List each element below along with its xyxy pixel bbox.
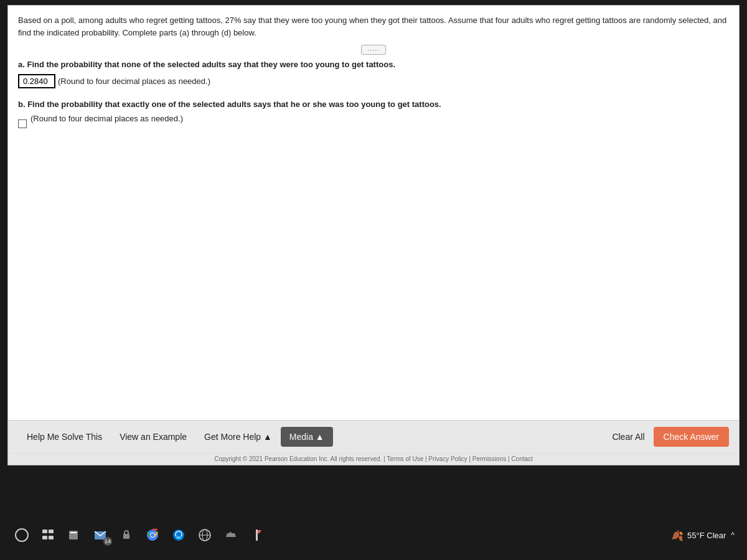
browser-area: Based on a poll, among adults who regret… (0, 5, 747, 515)
taskbar-right: 🍂 55°F Clear ^ (671, 530, 735, 541)
chrome-icon (146, 528, 159, 542)
bottom-buttons-row: Help Me Solve This View an Example Get M… (8, 421, 739, 453)
taskbar-app-game[interactable] (222, 526, 240, 544)
weather-icon: 🍂 (671, 530, 684, 541)
section-divider (18, 45, 729, 55)
help-me-solve-button[interactable]: Help Me Solve This (18, 427, 111, 447)
svg-rect-17 (229, 533, 232, 534)
globe-icon (198, 528, 212, 542)
flag-icon (250, 528, 264, 542)
taskbar-app-globe[interactable] (195, 526, 214, 544)
taskbar-app-edge[interactable] (169, 526, 188, 544)
task-view-svg (41, 528, 55, 542)
start-circle (15, 528, 29, 542)
svg-rect-0 (42, 530, 47, 533)
start-button[interactable] (12, 526, 31, 544)
check-answer-button[interactable]: Check Answer (654, 427, 729, 447)
taskbar-app-notifications[interactable] (248, 526, 266, 544)
media-button[interactable]: Media ▲ (281, 427, 333, 447)
part-a-label: a. Find the probability that none of the… (18, 60, 729, 69)
part-b-answer-line: (Round to four decimal places as needed.… (18, 114, 729, 133)
task-view-icon[interactable] (39, 526, 57, 544)
taskbar-app-security[interactable] (117, 526, 136, 544)
view-example-button[interactable]: View an Example (111, 427, 195, 447)
svg-rect-1 (49, 530, 54, 533)
content-panel: Based on a poll, among adults who regret… (7, 5, 740, 465)
files-icon (67, 528, 81, 542)
svg-point-10 (151, 533, 154, 537)
part-b-round-note: (Round to four decimal places as needed.… (31, 114, 183, 123)
bottom-bar: Help Me Solve This View an Example Get M… (8, 420, 739, 465)
part-a-answer-line: 0.2840 (Round to four decimal places as … (18, 74, 729, 96)
taskbar: 14 (0, 510, 747, 560)
get-more-help-button[interactable]: Get More Help ▲ (195, 427, 281, 447)
game-icon (224, 528, 238, 542)
taskbar-expand-icon[interactable]: ^ (731, 531, 735, 539)
temperature-label: 55°F Clear (687, 531, 726, 540)
svg-rect-18 (256, 530, 258, 541)
media-label: Media ▲ (289, 432, 324, 442)
taskbar-app-chrome[interactable] (143, 526, 162, 544)
question-intro: Based on a poll, among adults who regret… (18, 14, 729, 39)
mail-badge: 14 (103, 537, 112, 546)
question-block: Based on a poll, among adults who regret… (8, 6, 739, 133)
part-b-checkbox[interactable] (18, 119, 27, 128)
dots-icon (361, 45, 386, 55)
taskbar-app-files[interactable] (65, 526, 83, 544)
svg-point-12 (176, 536, 181, 539)
taskbar-app-mail[interactable]: 14 (91, 526, 110, 544)
weather-display: 🍂 55°F Clear (671, 530, 726, 541)
edge-icon (172, 528, 186, 542)
svg-rect-7 (123, 534, 129, 539)
svg-rect-5 (70, 532, 77, 533)
clear-all-button[interactable]: Clear All (603, 427, 653, 447)
svg-rect-2 (42, 536, 47, 539)
part-b-label: b. Find the probability that exactly one… (18, 100, 729, 109)
copyright-text: Copyright © 2021 Pearson Education Inc. … (214, 455, 533, 462)
part-a-answer-box[interactable]: 0.2840 (18, 74, 55, 88)
part-a-round-note: (Round to four decimal places as needed.… (58, 77, 210, 86)
security-icon (120, 528, 133, 542)
copyright-bar: Copyright © 2021 Pearson Education Inc. … (8, 453, 739, 465)
svg-rect-3 (49, 536, 54, 539)
